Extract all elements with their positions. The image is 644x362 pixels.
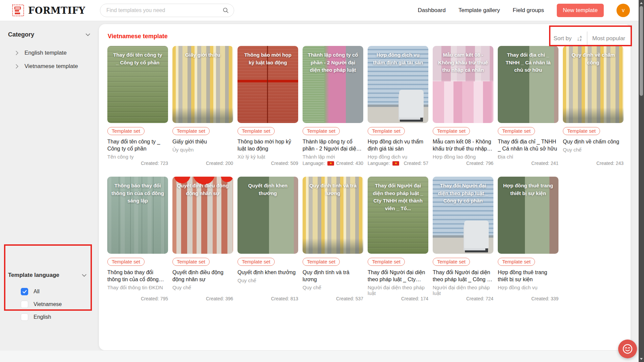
template-set-badge: Template set [107,258,145,266]
created-value: 795 [160,296,168,301]
template-stats: Created:243 [563,161,624,167]
template-title[interactable]: Thông báo thay đổi thông tin của cổ đông… [107,269,168,283]
template-title[interactable]: Quy định về chấm công [563,138,624,145]
sidebar-item-english-template[interactable]: English template [0,46,99,60]
brand-name: FORMTIFY [28,5,85,16]
template-card[interactable]: Mẫu cam kết 08 - Không khấu trừ thuế thu… [433,46,493,167]
template-card[interactable]: Hợp đồng thuê trang thiết bị sự kiện Tem… [498,177,558,302]
template-title[interactable]: Hợp đồng thuê trang thiết bị sự kiện [498,269,558,283]
template-thumbnail[interactable]: Quyết định điều động động nhân sự [172,177,233,254]
created-count: Created:813 [271,296,298,301]
template-card[interactable]: Quyết định khen thưởng Template set Quyế… [237,177,298,302]
thumbnail-title: Thông báo thay đổi thông tin của cổ đông… [107,177,168,205]
language-indicator: Language: ★ [368,161,399,166]
chevron-right-icon [15,51,18,55]
created-count: Created:396 [206,296,233,301]
search-icon[interactable] [223,7,229,13]
template-card[interactable]: Thay đổi Người đại diện theo pháp luật _… [433,177,493,302]
template-set-badge: Template set [368,258,405,266]
user-avatar[interactable]: v [616,4,630,17]
template-thumbnail[interactable]: Giấy giới thiệu [172,46,233,123]
badge-row: Template set [303,127,363,135]
template-grid: Thay đổi tên công ty _ Công ty cổ phần T… [107,46,624,302]
checkbox-vietnamese-box[interactable] [21,301,28,308]
template-thumbnail[interactable]: Thay đổi tên công ty _ Công ty cổ phần [107,46,168,123]
scrollbar-down-arrow[interactable] [640,358,643,360]
brand-logo[interactable]: FORMTIFY [12,4,85,16]
created-value: 509 [290,161,298,166]
checkbox-all-box[interactable] [21,288,28,295]
badge-row: Template set [498,258,558,266]
template-card[interactable]: Thành lập công ty cổ phần - 2 Người đại … [303,46,363,167]
scrollbar-up-arrow[interactable] [640,2,643,4]
new-template-button[interactable]: New template [557,4,604,17]
template-card[interactable]: Quy định tính và trả lương Template set … [303,177,363,302]
language-label: Language: [303,161,325,166]
main-panel: Vietnamese template Sort by ↓ AZ Most po… [99,24,631,350]
feedback-button[interactable] [618,340,637,358]
template-card[interactable]: Thay đổi Người đại diện theo pháp luật _… [368,177,428,302]
checkbox-all[interactable]: All [21,285,87,298]
template-card[interactable]: Giấy giới thiệu Template set Giấy giới t… [172,46,233,167]
template-thumbnail[interactable]: Thông báo mời họp kỷ luật lao động [237,46,298,123]
checkbox-english[interactable]: English [21,311,87,323]
badge-row: Template set [433,127,493,135]
template-card[interactable]: Quyết định điều động động nhân sự Templa… [172,177,233,302]
created-label: Created: [271,296,289,301]
created-count: Created:509 [271,161,298,166]
scrollbar-thumb[interactable] [640,6,643,96]
template-title[interactable]: Thành lập công ty cổ phần - 2 Người đại … [303,138,363,152]
template-thumbnail[interactable]: Thay đổi Người đại diện theo pháp luật _… [433,177,493,254]
template-set-badge: Template set [303,127,340,135]
sort-value[interactable]: Most popular [592,35,625,42]
template-thumbnail[interactable]: Thông báo thay đổi thông tin của cổ đông… [107,177,168,254]
nav-template-gallery[interactable]: Template gallery [459,7,500,14]
checkbox-english-box[interactable] [21,313,28,321]
template-card[interactable]: Quy định về chấm công Template set Quy đ… [563,46,624,167]
template-card[interactable]: Thay đổi tên công ty _ Công ty cổ phần T… [107,46,168,167]
created-label: Created: [336,161,354,166]
template-title[interactable]: Mẫu cam kết 08 - Không khấu trừ thuế thu… [433,138,493,152]
template-language-header[interactable]: Template language [8,272,87,279]
template-thumbnail[interactable]: Hợp đồng thuê trang thiết bị sự kiện [498,177,558,254]
template-thumbnail[interactable]: Hợp đồng dịch vụ thẩm định giá tài sản [368,46,428,123]
sidebar: Category English template Vietnamese tem… [0,21,99,362]
template-card[interactable]: Thay đổi địa chỉ _ TNHH _ Cá nhân là chủ… [498,46,558,167]
template-title[interactable]: Thay đổi địa chỉ _ TNHH _ Cá nhân là chủ… [498,138,558,152]
template-title[interactable]: Giấy giới thiệu [172,138,233,145]
sidebar-item-vietnamese-template[interactable]: Vietnamese template [0,60,99,73]
template-card[interactable]: Thông báo thay đổi thông tin của cổ đông… [107,177,168,302]
created-count: Created:57 [404,161,428,166]
template-thumbnail[interactable]: Quyết định khen thưởng [237,177,298,254]
scrollbar[interactable] [639,0,644,362]
created-count: Created:339 [531,296,558,301]
template-thumbnail[interactable]: Thay đổi địa chỉ _ TNHH _ Cá nhân là chủ… [498,46,558,123]
template-title[interactable]: Thay đổi tên công ty _ Công ty cổ phần [107,138,168,152]
template-thumbnail[interactable]: Thay đổi Người đại diện theo pháp luật _… [368,177,428,254]
template-category: Hợp đồng lao động [433,154,493,161]
badge-row: Template set [107,127,168,135]
chevron-down-icon [82,274,87,277]
template-stats: Language: ★ Created:430 [303,161,363,167]
template-title[interactable]: Quy định tính và trả lương [303,269,363,283]
template-thumbnail[interactable]: Thành lập công ty cổ phần - 2 Người đại … [303,46,363,123]
search-input[interactable] [100,4,234,17]
category-section-header[interactable]: Category [8,31,90,38]
template-category: Quy chế [172,285,233,291]
template-thumbnail[interactable]: Mẫu cam kết 08 - Không khấu trừ thuế thu… [433,46,493,123]
template-card[interactable]: Hợp đồng dịch vụ thẩm định giá tài sản T… [368,46,428,167]
template-title[interactable]: Thay đổi Người đại diện theo pháp luật _… [368,269,428,283]
template-title[interactable]: Thông báo mời họp kỷ luật lao động [237,138,298,152]
created-label: Created: [596,161,614,166]
template-title[interactable]: Thay đổi Người đại diện theo pháp luật _… [433,269,493,283]
nav-field-groups[interactable]: Field groups [513,7,544,14]
checkbox-vietnamese[interactable]: Vietnamese [21,298,87,311]
template-thumbnail[interactable]: Quy định tính và trả lương [303,177,363,254]
template-title[interactable]: Quyết định khen thưởng [237,269,298,276]
template-card[interactable]: Thông báo mời họp kỷ luật lao động Templ… [237,46,298,167]
sort-az-icon[interactable]: ↓ AZ [577,36,582,42]
nav-dashboard[interactable]: Dashboard [418,7,446,14]
template-title[interactable]: Quyết định điều động động nhân sự [172,269,233,283]
template-thumbnail[interactable]: Quy định về chấm công [563,46,624,123]
template-title[interactable]: Hợp đồng dịch vụ thẩm định giá tài sản [368,138,428,152]
